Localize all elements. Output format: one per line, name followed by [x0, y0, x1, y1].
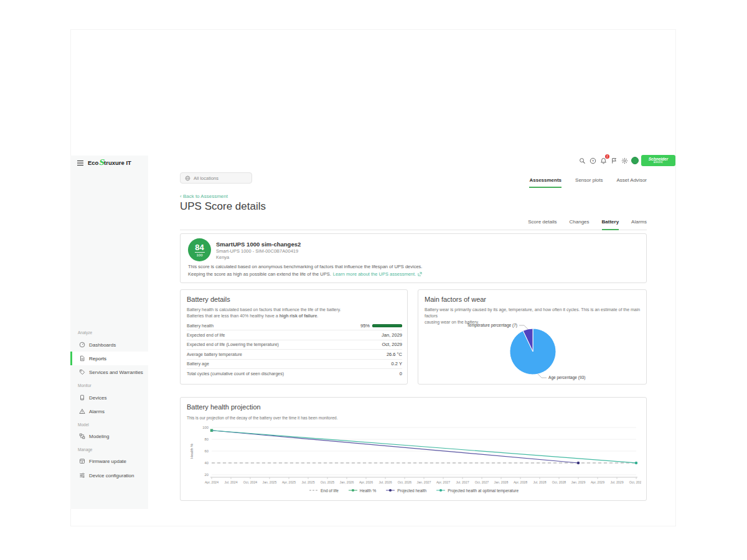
svg-text:100: 100	[202, 426, 209, 429]
table-row: Battery health 95%	[187, 321, 402, 330]
svg-text:Jul, 2029: Jul, 2029	[610, 480, 623, 484]
sidebar-item-dashboards[interactable]: Dashboards	[70, 338, 148, 352]
schneider-electric-logo[interactable]: Schneider Electric	[641, 155, 675, 166]
table-row: Expected end of life (Lowering the tempe…	[187, 340, 402, 350]
tab-score-details[interactable]: Score details	[528, 219, 557, 230]
dashboard-icon	[79, 342, 85, 348]
row-label: Total cycles (cumulative count of seen d…	[187, 371, 284, 376]
menu-icon[interactable]	[77, 160, 84, 166]
row-value: 0.2 Y	[392, 361, 402, 366]
svg-text:Jul, 2028: Jul, 2028	[533, 480, 546, 484]
settings-icon[interactable]	[621, 157, 629, 165]
row-value: 26.6 °C	[387, 352, 402, 357]
svg-text:80: 80	[205, 437, 209, 441]
brand-suffix: truxure IT	[104, 159, 131, 166]
score-max: 100	[196, 253, 202, 257]
user-avatar[interactable]	[631, 157, 639, 164]
svg-text:Jan, 2028: Jan, 2028	[494, 480, 509, 484]
notifications-icon[interactable]: 2	[599, 157, 608, 165]
tab-sensor-plots[interactable]: Sensor plots	[575, 177, 603, 188]
sidebar-section-manage: Manage	[78, 447, 93, 452]
svg-text:Jan, 2029: Jan, 2029	[571, 480, 586, 484]
sidebar-item-label: Alarms	[89, 409, 105, 414]
wear-pie-chart[interactable]: Temperature percentage (7)Age percentage…	[418, 319, 647, 384]
modeling-icon	[79, 433, 85, 439]
sidebar-item-devices[interactable]: Devices	[70, 391, 148, 404]
series-Projected health	[212, 431, 578, 463]
row-value: 95%	[360, 323, 402, 329]
projection-line-chart[interactable]: 20406080100Apr, 2024Jul, 2024Oct, 2024Ja…	[187, 422, 641, 486]
device-location: Kenya	[216, 254, 229, 260]
sidebar-section-monitor: Monitor	[78, 383, 92, 388]
firmware-update-icon	[79, 458, 85, 464]
legend-item[interactable]: End of life	[309, 488, 339, 493]
sidebar-item-label: Device configuration	[89, 473, 134, 478]
row-value: Oct, 2029	[382, 342, 402, 347]
device-icon	[79, 394, 85, 401]
svg-text:Apr, 2026: Apr, 2026	[359, 480, 373, 484]
feedback-icon[interactable]	[610, 157, 618, 165]
legend-item[interactable]: Health %	[349, 488, 376, 493]
brand-logo[interactable]: EcoStruxure IT	[88, 159, 131, 166]
legend-item[interactable]: Projected health	[386, 488, 426, 493]
svg-text:Jul, 2027: Jul, 2027	[456, 480, 469, 484]
series-Projected health at optimal temperature	[212, 431, 636, 463]
learn-more-link[interactable]: Learn more about the UPS assessment.	[333, 271, 416, 277]
svg-text:Health %: Health %	[190, 443, 194, 459]
services-icon	[79, 369, 85, 375]
row-label: Expected end of life	[187, 333, 225, 337]
svg-text:Apr, 2029: Apr, 2029	[591, 480, 604, 484]
projection-card: Battery health projection This is our pr…	[180, 397, 647, 501]
sidebar-item-services-and-warranties[interactable]: Services and Warranties	[70, 365, 148, 379]
row-value: 0	[400, 371, 402, 376]
chart-legend: End of lifeHealth %Projected healthProje…	[181, 488, 647, 493]
schneider-logo-line2: Electric	[654, 161, 663, 164]
row-label: Battery health	[187, 324, 214, 328]
sidebar-item-modeling[interactable]: Modeling	[70, 429, 148, 443]
sidebar-item-alarms[interactable]: Alarms	[70, 404, 148, 418]
wear-factors-card: Main factors of wear Battery wear is pri…	[418, 289, 647, 385]
svg-text:40: 40	[205, 461, 209, 465]
sidebar-item-device-configuration[interactable]: Device configuration	[70, 469, 148, 482]
sidebar-item-label: Dashboards	[89, 342, 116, 348]
sidebar-item-firmware-update[interactable]: Firmware update	[70, 454, 148, 468]
tab-battery[interactable]: Battery	[602, 219, 619, 230]
topbar: ? 2 Schneider Electric	[578, 154, 675, 167]
svg-text:Oct, 2025: Oct, 2025	[321, 480, 335, 484]
battery-details-card: Battery details Battery health is calcul…	[180, 289, 408, 385]
table-row: Average battery temperature 26.6 °C	[187, 350, 402, 359]
legend-item[interactable]: Projected health at optimal temperature	[436, 488, 519, 493]
svg-text:?: ?	[592, 159, 594, 162]
svg-text:60: 60	[205, 449, 209, 453]
svg-text:20: 20	[205, 473, 209, 477]
search-icon[interactable]	[578, 157, 586, 165]
tab-alarms[interactable]: Alarms	[631, 219, 647, 230]
sidebar-item-label: Devices	[89, 395, 106, 401]
help-icon[interactable]: ?	[589, 157, 597, 165]
brand: EcoStruxure IT	[77, 159, 131, 166]
table-row: Battery age 0.2 Y	[187, 360, 402, 369]
battery-desc-line2-suffix: .	[317, 314, 318, 318]
battery-desc-line1: Battery health is calculated based on fa…	[187, 307, 341, 312]
back-link-label: Back to Assessment	[183, 194, 228, 199]
back-link[interactable]: ‹ Back to Assessment	[180, 194, 228, 199]
brand-prefix: Eco	[88, 159, 98, 166]
sidebar-item-reports[interactable]: Reports	[70, 352, 148, 365]
svg-text:Apr, 2024: Apr, 2024	[205, 480, 218, 484]
score-description-text: Keeping the score as high as possible ca…	[188, 271, 331, 277]
tab-changes[interactable]: Changes	[570, 219, 590, 230]
sidebar-item-label: Firmware update	[89, 459, 126, 464]
svg-text:Oct, 2027: Oct, 2027	[475, 480, 489, 484]
device-model: Smart-UPS 1000 - SIM-00C0B7A00419	[216, 248, 298, 254]
tab-asset-advisor[interactable]: Asset Advisor	[617, 177, 647, 188]
score-value: 84	[195, 243, 204, 251]
sidebar-item-label: Services and Warranties	[89, 370, 143, 375]
row-value: Jan, 2029	[382, 332, 402, 338]
tab-assessments[interactable]: Assessments	[529, 177, 561, 188]
pie-label-age: Age percentage (93)	[548, 375, 585, 380]
external-link-icon	[418, 272, 422, 276]
sidebar: EcoStruxure IT Analyze Dashboards Report…	[70, 156, 148, 509]
legend-marker-icon	[309, 488, 318, 493]
report-icon	[79, 355, 85, 362]
battery-health-bar	[372, 324, 402, 327]
